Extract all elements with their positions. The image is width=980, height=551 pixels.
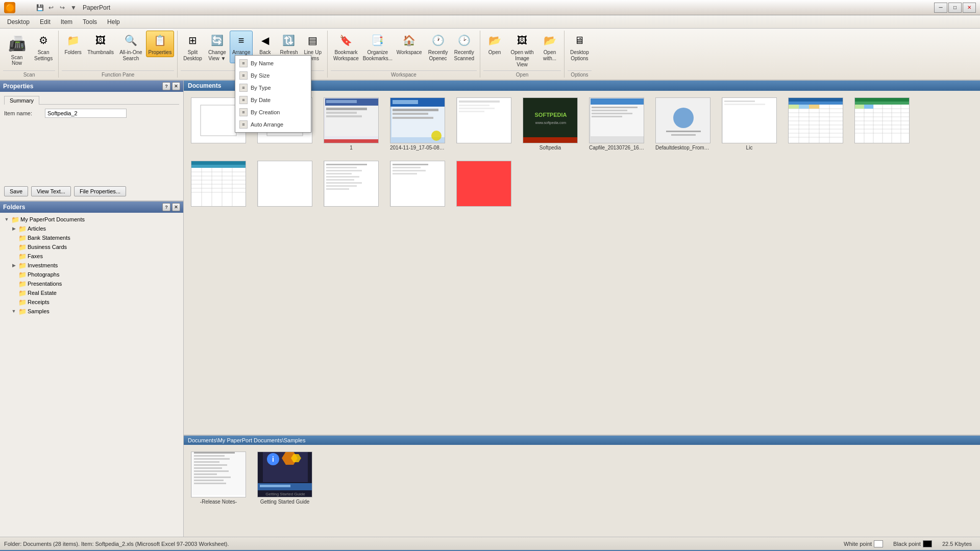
tree-item-investments[interactable]: ▶ 📁 Investments [9, 261, 181, 270]
properties-help-btn[interactable]: ? [162, 82, 170, 90]
thumb-spreadsheet3[interactable] [188, 158, 249, 211]
svg-rect-123 [194, 480, 224, 481]
tree-item-root[interactable]: ▼ 📁 My PaperPort Documents [2, 215, 181, 224]
thumb-svg-spreadsheet1 [789, 97, 843, 143]
change-view-btn[interactable]: 🔄 ChangeView ▼ [206, 31, 229, 63]
svg-rect-62 [809, 105, 819, 109]
recently-opened-btn[interactable]: 🕐 RecentlyOpenec [426, 31, 451, 63]
undo-qa-btn[interactable]: ↩ [46, 3, 56, 13]
arrange-by-size[interactable]: ≡ By Size [235, 69, 311, 82]
samples-expand-icon[interactable]: ▼ [10, 308, 17, 315]
refresh-btn[interactable]: 🔃 Refresh [277, 31, 300, 57]
thumb-spreadsheet1[interactable] [785, 95, 846, 153]
thumb-getting-started[interactable]: i Getting Started Guide Getting Started … [254, 449, 315, 533]
desktop-options-btn[interactable]: 🖥 DesktopOptions [568, 31, 592, 63]
thumb-spreadsheet2[interactable] [851, 95, 913, 153]
recently-scanned-btn[interactable]: 🕑 RecentlyScanned [452, 31, 477, 63]
arrange-by-type[interactable]: ≡ By Type [235, 82, 311, 94]
menubar: Desktop Edit Item Tools Help [0, 15, 980, 29]
redo-qa-btn[interactable]: ↪ [57, 3, 67, 13]
thumb-box-blank2 [456, 97, 511, 143]
tree-item-business[interactable]: 📁 Business Cards [9, 242, 181, 252]
properties-title: Properties [3, 83, 33, 90]
arrange-by-creation[interactable]: ≡ By Creation [235, 106, 311, 118]
back-btn[interactable]: ◀ Back [254, 31, 276, 57]
thumb-defaultdesktop[interactable]: Defaultdesktop_FromSOFTPEDIA... [652, 95, 714, 153]
tree-item-samples[interactable]: ▼ 📁 Samples [9, 307, 181, 316]
folders-panel: Folders ? ✕ ▼ 📁 My PaperPort Documents ▶… [0, 202, 183, 537]
qa-dropdown-btn[interactable]: ▼ [68, 3, 79, 13]
thumbnails-btn[interactable]: 🖼 Thumbnails [85, 31, 116, 57]
thumb-capfile[interactable]: Capfile_20130726_161854 [586, 95, 647, 153]
thumb-release-notes[interactable]: -Release Notes- [188, 449, 249, 533]
investments-expand-icon[interactable]: ▶ [10, 262, 17, 269]
thumb-red[interactable] [453, 158, 514, 211]
view-text-btn[interactable]: View Text... [31, 186, 71, 196]
thumb-blank3[interactable] [254, 158, 315, 211]
restore-btn[interactable]: □ [948, 3, 962, 13]
item-name-input[interactable] [45, 109, 127, 118]
save-qa-btn[interactable]: 💾 [35, 3, 45, 13]
arrange-by-date[interactable]: ≡ By Date [235, 94, 311, 106]
root-label: My PaperPort Documents [20, 216, 85, 222]
properties-close-btn[interactable]: ✕ [172, 82, 180, 90]
statusbar-text: Folder: Documents (28 items). Item: Soft… [4, 541, 834, 547]
receipts-folder-icon: 📁 [18, 298, 27, 306]
save-btn[interactable]: Save [4, 186, 28, 196]
thumb-screenshot1[interactable]: 1 [321, 95, 382, 153]
workspace-btn[interactable]: 🏠 Workspace [394, 31, 425, 57]
svg-text:www.softpedia.com: www.softpedia.com [535, 121, 566, 125]
menu-tools[interactable]: Tools [78, 17, 102, 27]
thumb-lic[interactable]: Lic [719, 95, 780, 153]
tree-item-photographs[interactable]: 📁 Photographs [9, 270, 181, 279]
documents-content[interactable]: 1 20 [184, 91, 980, 435]
folders-btn[interactable]: 📁 Folders [62, 31, 84, 57]
menu-help[interactable]: Help [102, 17, 125, 27]
svg-text:SOFTPEDIA: SOFTPEDIA [535, 112, 567, 118]
minimize-btn[interactable]: ─ [934, 3, 947, 13]
properties-btn[interactable]: 📋 Properties [146, 31, 175, 57]
allinone-search-btn[interactable]: 🔍 All-in-OneSearch [117, 31, 144, 63]
scan-now-btn[interactable]: 📠 ScanNow [3, 31, 31, 68]
open-with-image-btn[interactable]: 🖼 Open withImage View [507, 31, 537, 69]
arrange-by-name[interactable]: ≡ By Name [235, 57, 311, 69]
menu-item[interactable]: Item [56, 17, 78, 27]
folders-close-btn[interactable]: ✕ [172, 203, 180, 211]
open-btn[interactable]: 📂 Open [483, 31, 506, 57]
tree-item-faxes[interactable]: 📁 Faxes [9, 252, 181, 261]
articles-expand-icon[interactable]: ▶ [10, 225, 17, 232]
titlebar: 🟠 💾 ↩ ↪ ▼ PaperPort ─ □ ✕ [0, 0, 980, 15]
thumb-blank2[interactable] [453, 95, 514, 153]
menu-desktop[interactable]: Desktop [2, 17, 35, 27]
folders-help-btn[interactable]: ? [162, 203, 170, 211]
recently-scanned-icon: 🕑 [456, 32, 472, 48]
file-properties-btn[interactable]: File Properties... [74, 186, 126, 196]
thumb-screenshot2[interactable]: 2014-11-19_17-05-08_exp... [387, 95, 448, 153]
svg-point-39 [673, 108, 694, 128]
ribbon-group-options: 🖥 DesktopOptions Options [565, 31, 595, 78]
svg-rect-102 [326, 185, 357, 187]
bookmark-workspace-btn[interactable]: 🔖 BookmarkWorkspace [331, 31, 361, 63]
realestate-label: Real Estate [28, 290, 57, 296]
split-desktop-btn[interactable]: ⊞ SplitDesktop [181, 31, 205, 63]
properties-panel: Properties ? ✕ Summary Item name: Save V… [0, 81, 183, 202]
tree-item-realestate[interactable]: 📁 Real Estate [9, 288, 181, 297]
tree-item-presentations[interactable]: 📁 Presentations [9, 279, 181, 288]
menu-edit[interactable]: Edit [35, 17, 56, 27]
tree-item-bank[interactable]: 📁 Bank Statements [9, 233, 181, 242]
thumb-svg-spreadsheet3 [191, 161, 246, 207]
tab-summary[interactable]: Summary [4, 96, 39, 105]
documents-title: Documents [188, 82, 221, 89]
arrange-auto[interactable]: ≡ Auto Arrange [235, 118, 311, 131]
tree-item-receipts[interactable]: 📁 Receipts [9, 297, 181, 307]
scan-settings-btn[interactable]: ⚙ ScanSettings [32, 31, 55, 63]
samples-content[interactable]: -Release Notes- i [184, 445, 980, 537]
close-btn[interactable]: ✕ [963, 3, 976, 13]
tree-item-articles[interactable]: ▶ 📁 Articles [9, 224, 181, 233]
root-expand-icon[interactable]: ▼ [3, 216, 10, 223]
thumb-softpedia[interactable]: SOFTPEDIA www.softpedia.com Softpedia [520, 95, 581, 153]
organize-bookmarks-btn[interactable]: 📑 OrganizeBookmarks... [362, 31, 393, 63]
thumb-text2[interactable] [387, 158, 448, 211]
open-with-btn[interactable]: 📂 Openwith... [538, 31, 561, 63]
thumb-text1[interactable] [321, 158, 382, 211]
